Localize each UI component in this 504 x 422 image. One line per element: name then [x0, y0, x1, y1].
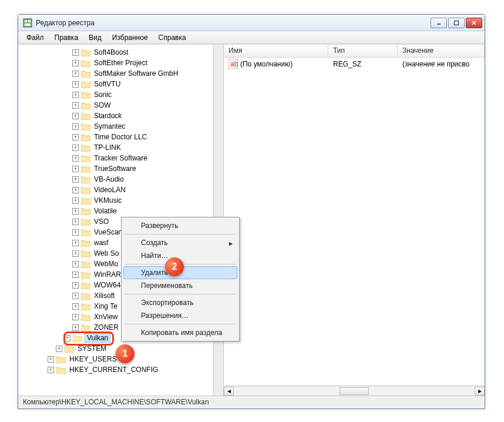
scroll-thumb[interactable] [340, 387, 369, 395]
tree-node[interactable]: +Time Doctor LLC [19, 132, 212, 142]
tree-node[interactable]: +SoftEther Project [19, 58, 212, 68]
scroll-left-icon[interactable]: ◂ [224, 387, 234, 396]
menu-favorites[interactable]: Избранное [107, 32, 153, 43]
list-body[interactable]: (По умолчанию) REG_SZ (значение не присв… [224, 58, 485, 386]
expand-icon[interactable]: + [72, 250, 79, 257]
tree-node[interactable]: +TP-LINK [19, 142, 212, 153]
tree-node[interactable]: +Volatile [19, 206, 212, 216]
expand-icon[interactable]: + [72, 49, 79, 56]
tree-node-label: WinRAR [93, 270, 122, 279]
expand-icon[interactable]: + [72, 166, 79, 172]
expand-icon[interactable]: + [72, 81, 79, 88]
folder-icon [81, 102, 90, 109]
folder-icon [73, 334, 82, 342]
app-icon [23, 18, 32, 28]
expand-icon[interactable]: + [72, 272, 79, 278]
expand-icon[interactable]: + [48, 367, 54, 373]
menu-help[interactable]: Справка [154, 32, 191, 43]
separator [125, 324, 236, 324]
titlebar[interactable]: Редактор реестра [18, 15, 485, 31]
ctx-create-label: Создать [141, 239, 168, 247]
value-type: REG_SZ [328, 60, 398, 68]
expand-icon[interactable]: + [72, 187, 79, 193]
col-name[interactable]: Имя [224, 45, 328, 57]
tree-node[interactable]: +Stardock [19, 110, 212, 121]
annotation-badge-2: 2 [165, 257, 184, 276]
expand-icon[interactable]: + [72, 145, 79, 151]
expand-icon[interactable]: + [72, 113, 79, 119]
minimize-button[interactable] [431, 18, 447, 28]
folder-icon [81, 197, 90, 205]
expand-icon[interactable]: + [72, 123, 79, 130]
list-hscrollbar[interactable]: ◂ ▸ [224, 386, 485, 396]
folder-icon [81, 229, 90, 236]
tree-node-label: VB-Audio [93, 175, 125, 183]
expand-icon[interactable]: + [72, 60, 79, 66]
window: Редактор реестра Файл Правка Вид Избранн… [18, 14, 485, 409]
tree-node[interactable]: +HKEY_CURRENT_CONFIG [19, 364, 212, 375]
expand-icon[interactable]: + [72, 314, 79, 320]
tree-node[interactable]: +Soft4Boost [19, 47, 212, 58]
expand-icon[interactable]: + [64, 335, 70, 341]
expand-icon[interactable]: + [72, 293, 79, 299]
expand-icon[interactable]: + [72, 176, 79, 183]
expand-icon[interactable]: + [72, 282, 79, 289]
separator [125, 234, 236, 235]
ctx-permissions[interactable]: Разрешения… [123, 309, 237, 322]
tree-node-label: Xing Te [93, 302, 119, 310]
folder-icon [81, 91, 90, 99]
expand-icon[interactable]: + [72, 134, 79, 140]
expand-icon[interactable]: + [72, 229, 79, 236]
expand-icon[interactable]: + [72, 324, 79, 331]
expand-icon[interactable]: + [72, 208, 79, 215]
folder-icon [81, 282, 90, 289]
col-data[interactable]: Значение [398, 45, 485, 57]
menu-file[interactable]: Файл [22, 32, 49, 43]
chevron-right-icon: ▸ [229, 239, 233, 247]
close-button[interactable] [466, 18, 482, 28]
ctx-export[interactable]: Экспортировать [123, 296, 237, 309]
tree-node-label: SoftVTU [93, 80, 122, 88]
expand-icon[interactable]: + [72, 240, 79, 246]
menu-view[interactable]: Вид [84, 32, 106, 43]
tree-node-label: wasf [93, 239, 110, 247]
expand-icon[interactable]: + [48, 356, 54, 363]
folder-icon [81, 186, 90, 194]
tree-node[interactable]: +Symantec [19, 121, 212, 132]
tree-node-label: Vulkan [85, 333, 110, 343]
expand-icon[interactable]: + [56, 346, 62, 352]
tree-node[interactable]: +Tracker Software [19, 153, 212, 163]
expand-icon[interactable]: + [72, 92, 79, 98]
scroll-right-icon[interactable]: ▸ [475, 387, 485, 396]
value-data: (значение не присво [398, 60, 485, 68]
tree-node[interactable]: +TrueSoftware [19, 163, 212, 174]
expand-icon[interactable]: + [72, 261, 79, 267]
tree-node[interactable]: +VKMusic [19, 195, 212, 206]
tree-node-label: Time Doctor LLC [93, 133, 148, 141]
ctx-expand[interactable]: Развернуть [123, 219, 237, 232]
ctx-rename[interactable]: Переименовать [123, 279, 237, 292]
tree-node[interactable]: +Sonic [19, 89, 212, 100]
col-type[interactable]: Тип [328, 45, 398, 57]
folder-icon [81, 324, 90, 331]
expand-icon[interactable]: + [72, 102, 79, 109]
folder-icon [81, 239, 90, 247]
tree-node[interactable]: +VideoLAN [19, 185, 212, 195]
ctx-create[interactable]: Создать ▸ [123, 236, 237, 249]
tree-node[interactable]: +SoftVTU [19, 79, 212, 89]
list-header[interactable]: Имя Тип Значение [224, 45, 485, 58]
tree-node-label: ZONER [93, 323, 120, 331]
ctx-copy-key[interactable]: Копировать имя раздела [123, 326, 237, 339]
expand-icon[interactable]: + [72, 71, 79, 77]
tree-node[interactable]: +SOW [19, 100, 212, 110]
expand-icon[interactable]: + [72, 197, 79, 204]
maximize-button[interactable] [448, 18, 465, 28]
list-row[interactable]: (По умолчанию) REG_SZ (значение не присв… [224, 58, 485, 71]
menu-edit[interactable]: Правка [50, 32, 83, 43]
expand-icon[interactable]: + [72, 219, 79, 225]
expand-icon[interactable]: + [72, 303, 79, 310]
tree-node[interactable]: +VB-Audio [19, 174, 212, 185]
tree-node[interactable]: +SoftMaker Software GmbH [19, 68, 212, 79]
expand-icon[interactable]: + [72, 155, 79, 162]
folder-icon [81, 112, 90, 120]
